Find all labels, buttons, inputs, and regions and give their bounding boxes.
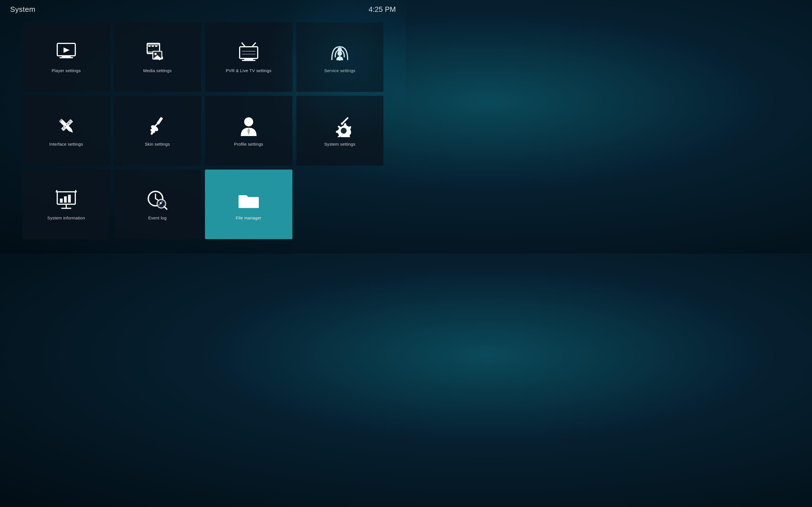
service-icon <box>328 41 351 64</box>
svg-point-12 <box>154 53 157 55</box>
svg-marker-3 <box>63 48 70 53</box>
svg-rect-1 <box>62 56 71 57</box>
interface-settings-label: Interface settings <box>49 142 83 147</box>
svg-line-41 <box>343 118 348 123</box>
svg-rect-2 <box>59 57 73 58</box>
svg-rect-7 <box>148 46 151 47</box>
interface-settings-tile[interactable]: Interface settings <box>22 96 110 165</box>
skin-icon <box>146 115 168 137</box>
skin-settings-tile[interactable]: Skin settings <box>114 96 201 165</box>
svg-point-51 <box>75 190 77 191</box>
system-info-icon <box>55 188 78 211</box>
svg-line-16 <box>252 43 255 47</box>
profile-settings-label: Profile settings <box>234 142 263 147</box>
player-settings-label: Player settings <box>52 68 81 73</box>
svg-rect-18 <box>242 60 255 61</box>
svg-line-57 <box>164 207 167 209</box>
svg-point-58 <box>160 202 161 204</box>
skin-settings-label: Skin settings <box>145 142 170 147</box>
clock: 4:25 PM <box>368 5 396 14</box>
event-log-icon <box>146 188 168 211</box>
svg-rect-5 <box>147 43 160 46</box>
media-icon: ♪ <box>146 41 168 64</box>
svg-rect-17 <box>244 59 253 60</box>
system-settings-icon <box>328 115 351 137</box>
system-settings-tile[interactable]: System settings <box>296 96 384 165</box>
profile-settings-tile[interactable]: Profile settings <box>205 96 292 165</box>
system-info-label: System information <box>47 216 85 220</box>
svg-line-36 <box>155 124 157 126</box>
header: System 4:25 PM <box>0 0 406 14</box>
profile-icon <box>238 115 260 137</box>
player-icon <box>55 41 78 64</box>
event-log-label: Event log <box>148 216 167 220</box>
media-settings-label: Media settings <box>143 68 172 73</box>
svg-point-40 <box>341 128 347 134</box>
svg-point-50 <box>56 190 57 191</box>
svg-point-38 <box>244 117 253 126</box>
svg-rect-46 <box>68 194 71 203</box>
svg-point-42 <box>341 122 343 125</box>
settings-grid: Player settings ♪ Media settings <box>0 14 406 247</box>
svg-rect-8 <box>152 46 154 47</box>
file-manager-tile[interactable]: File manager <box>205 170 292 239</box>
media-settings-tile[interactable]: ♪ Media settings <box>114 22 201 92</box>
system-information-tile[interactable]: System information <box>22 170 110 239</box>
system-settings-label: System settings <box>324 142 355 147</box>
interface-icon <box>55 115 78 137</box>
pvr-settings-tile[interactable]: PVR & Live TV settings <box>205 22 292 92</box>
player-settings-tile[interactable]: Player settings <box>22 22 110 92</box>
svg-line-15 <box>242 43 245 47</box>
service-settings-tile[interactable]: Service settings <box>296 22 384 92</box>
pvr-icon <box>238 41 260 64</box>
svg-rect-45 <box>64 196 67 203</box>
svg-rect-9 <box>155 46 157 47</box>
page-title: System <box>10 5 36 14</box>
svg-rect-14 <box>240 47 258 59</box>
svg-rect-44 <box>60 199 63 203</box>
file-manager-label: File manager <box>236 216 261 220</box>
service-settings-label: Service settings <box>324 68 356 73</box>
svg-point-24 <box>338 48 342 52</box>
pvr-settings-label: PVR & Live TV settings <box>226 68 271 73</box>
file-manager-icon <box>238 188 260 211</box>
event-log-tile[interactable]: Event log <box>114 170 201 239</box>
